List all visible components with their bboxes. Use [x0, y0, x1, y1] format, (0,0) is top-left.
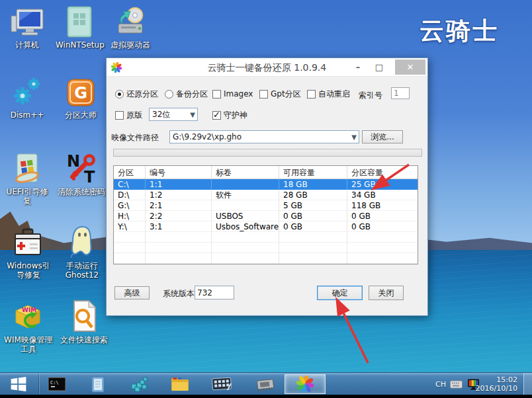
- dialog-titlebar[interactable]: 云骑士一键备份还原 1.0.9.4 – □ ✕: [107, 58, 427, 77]
- taskbar-yunqishi-app-icon[interactable]: [285, 374, 326, 394]
- close-window-button[interactable]: ✕: [395, 60, 425, 75]
- taskbar-start-button[interactable]: [4, 374, 33, 394]
- auto-reboot-checkbox[interactable]: 自动重启: [307, 89, 350, 99]
- minimize-button[interactable]: –: [349, 58, 367, 75]
- bits-select[interactable]: 32位 ▼: [149, 108, 198, 121]
- table-cell: 5 GB: [279, 200, 347, 211]
- desktop-icon-clear-password[interactable]: NT清除系统密码: [57, 151, 106, 196]
- table-row-empty: [114, 232, 418, 243]
- gpt-checkbox[interactable]: Gpt分区: [259, 89, 301, 99]
- table-cell: 34 GB: [347, 190, 418, 200]
- column-header[interactable]: 可用容量: [279, 166, 347, 179]
- taskbar: C:\ CH 15:02 2016/10/10: [0, 372, 532, 395]
- clock-date: 2016/10/10: [471, 384, 517, 393]
- ok-button[interactable]: 确定: [317, 286, 363, 300]
- table-row[interactable]: G:\2:15 GB118 GB: [114, 200, 418, 211]
- desktop-icon-ghost12[interactable]: 手动运行Ghost12: [58, 225, 106, 280]
- index-input[interactable]: [391, 87, 410, 99]
- image-path-combobox[interactable]: G:\9.29v2\xp.gho ▼: [169, 130, 359, 143]
- desktop-icon-windows-boot-repair[interactable]: Widnows引导修复: [5, 225, 52, 280]
- desktop-icon-uefi-repair[interactable]: UEFI引导修复: [3, 151, 52, 206]
- yunqishi-logo: 云骑士: [420, 15, 499, 48]
- taskbar-file-explorer-icon[interactable]: [168, 374, 192, 394]
- language-indicator[interactable]: CH: [435, 380, 446, 389]
- table-cell: H:\: [114, 211, 146, 221]
- table-cell: 118 GB: [347, 200, 418, 211]
- partition-table: 分区编号标卷可用容量分区容量C:\1:118 GB25 GBD:\1:2软件28…: [113, 165, 418, 264]
- desktop-icon-wim-manager[interactable]: WIMWIM映像管理工具: [1, 299, 56, 354]
- table-row[interactable]: D:\1:2软件28 GB34 GB: [114, 190, 418, 200]
- table-cell: 28 GB: [279, 190, 347, 200]
- table-cell: [347, 253, 418, 264]
- table-cell: Y:\: [114, 221, 146, 232]
- table-cell: [114, 253, 146, 264]
- column-header[interactable]: 编号: [146, 166, 212, 179]
- table-cell: C:\: [114, 179, 146, 190]
- backup-partition-radio[interactable]: 备份分区: [165, 89, 208, 99]
- desktop-icon-label: 清除系统密码: [57, 187, 106, 196]
- table-row-empty: [114, 253, 418, 264]
- table-cell: [347, 243, 418, 253]
- keyboard-tray-icon[interactable]: [449, 374, 463, 394]
- table-row[interactable]: H:\2:2USBOS0 GB0 GB: [114, 211, 418, 221]
- ghost12-icon: [58, 225, 106, 259]
- partition-master-icon: G: [57, 74, 105, 108]
- desktop-icon-partition-master[interactable]: G分区大师: [57, 74, 105, 120]
- column-header[interactable]: 分区: [114, 166, 146, 179]
- table-cell: [279, 253, 347, 264]
- taskbar-on-screen-keyboard-icon[interactable]: [209, 374, 236, 394]
- maximize-button[interactable]: □: [371, 58, 388, 75]
- desktop-icon-computer[interactable]: 计算机: [5, 4, 49, 50]
- table-cell: 0 GB: [279, 211, 347, 221]
- guardian-checkbox[interactable]: 守护神: [212, 110, 247, 120]
- system-version-input[interactable]: [195, 286, 234, 299]
- desktop-icon-label: Dism++: [5, 110, 49, 120]
- table-cell: [212, 243, 279, 253]
- table-row[interactable]: Y:\3:1Usbos_Software0 GB0 GB: [114, 221, 418, 232]
- taskbar-divider: [38, 374, 39, 394]
- svg-text:C:\: C:\: [50, 380, 59, 385]
- table-row-selected[interactable]: C:\1:118 GB25 GB: [114, 179, 418, 190]
- table-cell: [146, 232, 212, 243]
- desktop-icon-label: 分区大师: [57, 110, 105, 120]
- winntsetup-icon: [56, 4, 103, 38]
- checkbox-icon: [259, 90, 268, 99]
- table-cell: 0 GB: [279, 221, 347, 232]
- table-cell: 18 GB: [279, 179, 347, 190]
- desktop-icon-label: Widnows引导修复: [5, 261, 52, 280]
- table-cell: 3:1: [146, 221, 212, 232]
- column-header[interactable]: 标卷: [212, 166, 279, 179]
- backup-restore-dialog: 云骑士一键备份还原 1.0.9.4 – □ ✕ 还原分区 备份分区 Imagex…: [106, 58, 428, 316]
- table-cell: [146, 253, 212, 264]
- cancel-close-button[interactable]: 关闭: [369, 286, 404, 300]
- checkbox-icon: [212, 111, 221, 120]
- checkbox-icon: [307, 90, 316, 99]
- taskbar-notepad-icon[interactable]: [87, 374, 109, 394]
- clear-password-icon: NT: [57, 151, 106, 185]
- windows-boot-repair-icon: [5, 225, 52, 259]
- browse-button[interactable]: 浏览...: [362, 130, 403, 143]
- original-checkbox[interactable]: 原版: [115, 110, 142, 120]
- desktop-icon-winntsetup[interactable]: WinNTSetup: [56, 4, 103, 50]
- desktop-icon-label: 计算机: [5, 40, 49, 50]
- taskbar-memory-chip-icon[interactable]: [251, 374, 278, 394]
- show-desktop-button[interactable]: [523, 373, 532, 395]
- imagex-checkbox[interactable]: Imagex: [212, 89, 253, 99]
- table-cell: [212, 200, 279, 211]
- column-header[interactable]: 分区容量: [347, 166, 418, 179]
- taskbar-cmd-icon[interactable]: C:\: [45, 374, 69, 394]
- table-cell: [279, 232, 347, 243]
- advanced-button[interactable]: 高级: [114, 286, 150, 299]
- chevron-down-icon: ▼: [351, 134, 357, 141]
- desktop-icon-file-search[interactable]: 文件快速搜索: [58, 299, 110, 344]
- virtual-drive-icon: [105, 4, 156, 38]
- table-cell: D:\: [114, 190, 146, 200]
- progress-bar: [113, 149, 422, 157]
- table-cell: [114, 232, 146, 243]
- restore-partition-radio[interactable]: 还原分区: [115, 89, 158, 99]
- desktop-icon-dism[interactable]: Dism++: [5, 74, 49, 120]
- taskbar-clock[interactable]: 15:02 2016/10/10: [471, 376, 517, 393]
- taskbar-registry-editor-icon[interactable]: [127, 374, 151, 394]
- desktop-icon-virtual-drive[interactable]: 虚拟驱动器: [105, 4, 156, 50]
- dism-icon: [5, 74, 49, 108]
